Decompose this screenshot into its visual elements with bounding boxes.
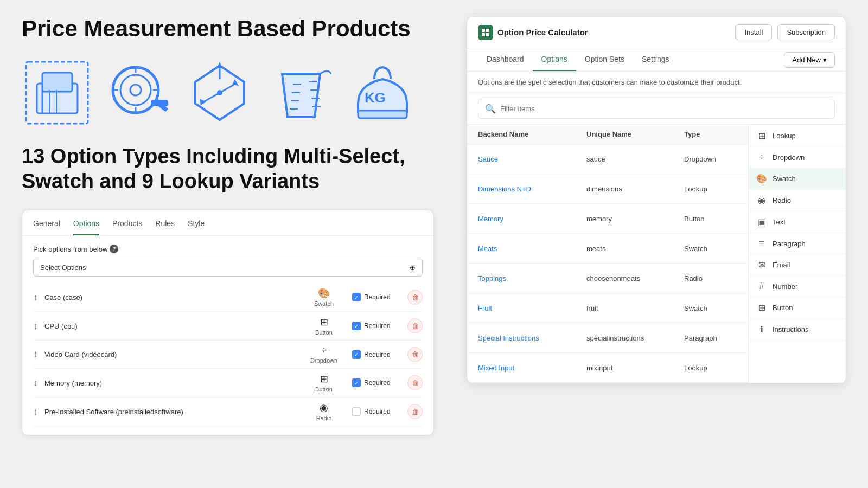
add-new-button[interactable]: Add New ▾ <box>784 52 835 68</box>
drag-handle[interactable]: ↕ <box>33 377 38 389</box>
option-name: CPU (cpu) <box>44 322 296 330</box>
row-name[interactable]: Toppings <box>478 274 586 282</box>
nav-options[interactable]: Options <box>533 48 576 71</box>
type-swatch[interactable]: 🎨 Swatch <box>749 168 846 190</box>
delete-button[interactable]: 🗑 <box>407 375 423 390</box>
option-row: ↕ Video Card (videocard) ÷ Dropdown ✓ Re… <box>33 341 423 369</box>
right-panel: Option Price Calculator Install Subscrip… <box>467 16 846 383</box>
tab-general[interactable]: General <box>33 219 60 235</box>
icon-measure <box>22 57 92 128</box>
number-icon: # <box>756 281 767 291</box>
email-icon: ✉ <box>756 260 767 270</box>
th-unique: Unique Name <box>586 130 684 138</box>
text-icon: ▣ <box>756 217 767 227</box>
option-name: Case (case) <box>44 293 296 301</box>
tab-style[interactable]: Style <box>188 219 205 235</box>
delete-button[interactable]: 🗑 <box>407 347 423 362</box>
delete-button[interactable]: 🗑 <box>407 404 423 419</box>
nav-settings[interactable]: Settings <box>633 48 678 71</box>
option-name: Pre-Installed Software (preinstalledsoft… <box>44 408 296 416</box>
row-unique: sauce <box>586 155 684 163</box>
drag-handle[interactable]: ↕ <box>33 320 38 332</box>
select-dropdown[interactable]: Select Options ⊕ <box>33 259 423 277</box>
instructions-icon: ℹ <box>756 324 767 335</box>
drag-handle[interactable]: ↕ <box>33 349 38 360</box>
main-table: Backend Name Unique Name Type Last Updat… <box>467 125 846 383</box>
svg-rect-33 <box>482 29 485 32</box>
row-unique: choosenonmeats <box>586 274 684 282</box>
required-cell: ✓ Required <box>352 350 401 359</box>
app-logo-icon <box>478 25 493 40</box>
search-input[interactable] <box>500 105 828 113</box>
row-name[interactable]: Special Instructions <box>478 334 586 342</box>
paragraph-icon: ≡ <box>756 239 767 248</box>
row-name[interactable]: Mixed Input <box>478 364 586 372</box>
type-instructions[interactable]: ℹ Instructions <box>749 319 846 341</box>
type-radio[interactable]: ◉ Radio <box>749 190 846 211</box>
row-name[interactable]: Dimensions N+D <box>478 185 586 193</box>
svg-marker-20 <box>200 99 206 105</box>
subscription-button[interactable]: Subscription <box>777 24 835 40</box>
help-icon: ? <box>110 245 118 253</box>
type-dropdown: ⊞ Lookup ÷ Dropdown 🎨 Swatch ◉ Radio ▣ <box>748 125 846 383</box>
icons-row: KG <box>22 57 434 128</box>
option-name: Video Card (videocard) <box>44 350 296 358</box>
description-text: Options are the spefic selection that cu… <box>467 72 846 93</box>
required-checkbox[interactable] <box>352 407 361 416</box>
app-header: Option Price Calculator Install Subscrip… <box>467 17 846 48</box>
nav-dashboard[interactable]: Dashboard <box>478 48 533 71</box>
install-button[interactable]: Install <box>735 24 772 40</box>
row-name[interactable]: Sauce <box>478 155 586 163</box>
tab-products[interactable]: Products <box>112 219 142 235</box>
pick-label: Pick options from below ? <box>33 245 423 253</box>
row-unique: fruit <box>586 304 684 312</box>
required-cell: ✓ Required <box>352 378 401 387</box>
svg-rect-2 <box>42 73 72 92</box>
filter-input-wrapper: 🔍 <box>478 99 835 119</box>
card-body: Pick options from below ? Select Options… <box>22 236 433 435</box>
dropdown-icon: ÷ <box>756 152 767 162</box>
button-icon: ⊞ <box>756 303 767 313</box>
th-backend: Backend Name <box>478 130 586 138</box>
radio-icon: ◉ <box>756 195 767 206</box>
filter-bar: 🔍 <box>467 93 846 125</box>
type-button[interactable]: ⊞ Button <box>749 297 846 319</box>
required-checkbox[interactable]: ✓ <box>352 322 361 330</box>
svg-point-8 <box>130 85 141 95</box>
tab-rules[interactable]: Rules <box>155 219 175 235</box>
option-row: ↕ Memory (memory) ⊞ Button ✓ Required 🗑 <box>33 369 423 397</box>
svg-rect-34 <box>486 29 489 32</box>
required-checkbox[interactable]: ✓ <box>352 293 361 301</box>
icon-3d <box>184 57 255 128</box>
drag-handle[interactable]: ↕ <box>33 406 38 418</box>
icon-kg: KG <box>347 57 418 128</box>
type-lookup[interactable]: ⊞ Lookup <box>749 125 846 147</box>
type-email[interactable]: ✉ Email <box>749 254 846 276</box>
type-text[interactable]: ▣ Text <box>749 211 846 233</box>
type-paragraph[interactable]: ≡ Paragraph <box>749 233 846 254</box>
required-checkbox[interactable]: ✓ <box>352 350 361 359</box>
nav-option-sets[interactable]: Option Sets <box>576 48 633 71</box>
type-dropdown-option[interactable]: ÷ Dropdown <box>749 147 846 168</box>
option-type: 🎨 Swatch <box>302 287 346 307</box>
required-checkbox[interactable]: ✓ <box>352 378 361 387</box>
row-name[interactable]: Fruit <box>478 304 586 312</box>
th-type: Type <box>684 130 749 138</box>
row-unique: meats <box>586 245 684 253</box>
drag-handle[interactable]: ↕ <box>33 292 38 303</box>
row-name[interactable]: Meats <box>478 245 586 253</box>
row-name[interactable]: Memory <box>478 215 586 223</box>
row-unique: mixinput <box>586 364 684 372</box>
option-card: General Options Products Rules Style Pic… <box>22 210 434 435</box>
delete-button[interactable]: 🗑 <box>407 290 423 305</box>
option-type: ⊞ Button <box>302 316 346 336</box>
required-cell: Required <box>352 407 401 416</box>
row-unique: dimensions <box>586 185 684 193</box>
svg-line-17 <box>220 84 236 93</box>
tab-options[interactable]: Options <box>73 219 99 235</box>
delete-button[interactable]: 🗑 <box>407 318 423 333</box>
row-type: Lookup <box>684 364 749 372</box>
type-number[interactable]: # Number <box>749 276 846 297</box>
row-type: Dropdown <box>684 155 749 163</box>
required-cell: ✓ Required <box>352 293 401 301</box>
